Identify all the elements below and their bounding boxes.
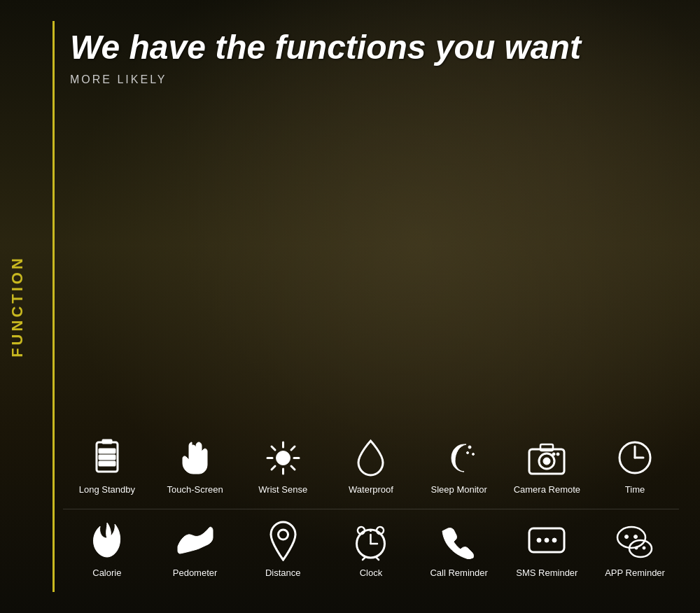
feature-pedometer: Pedometer [160,520,230,578]
svg-point-38 [552,538,556,542]
call-reminder-label: Call Reminder [430,568,487,578]
battery-icon [86,437,128,479]
svg-line-12 [291,446,295,450]
features-row-2: Calorie Pedometer [63,520,679,578]
sleep-monitor-label: Sleep Monitor [431,484,487,495]
row-divider [63,509,679,509]
feature-calorie: Calorie [72,520,142,578]
phone-icon [438,520,480,562]
header-section: We have the functions you want MORE LIKE… [0,0,700,100]
svg-line-11 [291,466,295,470]
camera-remote-label: Camera Remote [514,484,580,495]
feature-time: Time [600,437,670,495]
svg-line-34 [376,557,379,560]
message-icon [526,520,568,562]
pedometer-label: Pedometer [173,568,218,578]
svg-line-10 [272,446,275,450]
clock-label: Clock [360,568,383,578]
feature-waterproof: Waterproof [336,437,406,495]
svg-rect-4 [99,449,115,453]
main-title: We have the functions you want [70,28,630,66]
feature-app-reminder: APP Reminder [600,520,670,578]
feature-clock: Clock [336,520,406,578]
features-section: Long Standby Touch-Screen [0,423,700,613]
shoe-icon [174,520,216,562]
wechat-icon [614,520,656,562]
feature-long-standby: Long Standby [72,437,142,495]
svg-rect-3 [99,455,115,460]
svg-point-21 [556,453,559,456]
alarm-clock-icon [350,520,392,562]
feature-camera-remote: Camera Remote [512,437,582,495]
long-standby-label: Long Standby [79,484,135,495]
clock-simple-icon [614,437,656,479]
page-container: FUNCTION We have the functions you want … [0,0,700,613]
sms-reminder-label: SMS Reminder [516,568,578,578]
svg-point-44 [643,547,645,549]
brightness-icon [262,437,304,479]
svg-point-36 [537,538,541,542]
svg-point-40 [625,535,629,538]
main-content: We have the functions you want MORE LIKE… [0,0,700,613]
app-reminder-label: APP Reminder [605,568,665,578]
time-label: Time [625,484,645,495]
feature-call-reminder: Call Reminder [424,520,494,578]
touch-screen-label: Touch-Screen [167,484,223,495]
distance-label: Distance [265,568,301,578]
svg-point-43 [635,547,638,549]
svg-point-14 [468,446,471,449]
feature-touch-screen: Touch-Screen [160,437,230,495]
svg-point-5 [276,451,290,465]
svg-point-41 [634,535,638,538]
features-row-1: Long Standby Touch-Screen [63,437,679,495]
svg-line-33 [363,557,365,560]
svg-rect-2 [99,461,115,466]
calorie-label: Calorie [92,568,121,578]
svg-line-13 [272,466,275,470]
camera-icon [526,437,568,479]
svg-point-19 [543,458,550,465]
feature-sleep-monitor: Sleep Monitor [424,437,494,495]
svg-rect-1 [102,439,112,444]
fire-icon [86,520,128,562]
moon-stars-icon [438,437,480,479]
feature-wrist-sense: Wrist Sense [248,437,318,495]
feature-distance: Distance [248,520,318,578]
svg-point-16 [467,451,469,453]
subtitle: MORE LIKELY [70,73,630,86]
svg-point-22 [552,453,555,456]
svg-point-15 [472,453,475,455]
location-icon [262,520,304,562]
svg-point-26 [278,530,288,540]
touch-icon [174,437,216,479]
svg-point-37 [545,538,549,542]
feature-sms-reminder: SMS Reminder [512,520,582,578]
water-drop-icon [350,437,392,479]
wrist-sense-label: Wrist Sense [258,484,307,495]
waterproof-label: Waterproof [349,484,393,495]
